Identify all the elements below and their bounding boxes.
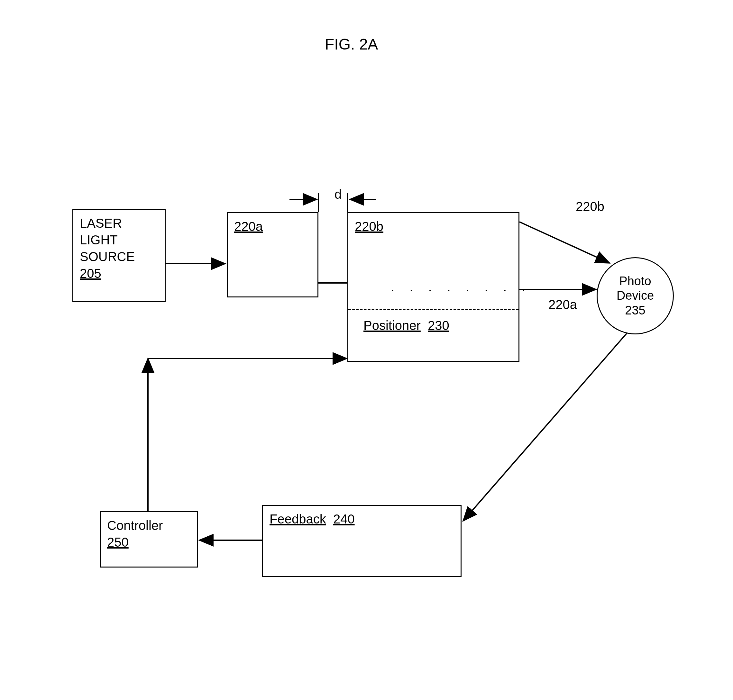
block-feedback: Feedback 240 [262, 505, 462, 577]
arrow-220b-top-to-photo [520, 222, 609, 263]
laser-line1: LASER [80, 215, 158, 231]
positioner-label: Positioner 230 [364, 318, 449, 333]
dots-indicator: . . . . . . . . [391, 280, 531, 294]
label-out-220b: 220b [576, 199, 604, 214]
block-220a-ref: 220a [234, 218, 311, 235]
block-photo-device: Photo Device 235 [597, 257, 674, 334]
photo-device-text: Photo Device 235 [617, 274, 654, 318]
feedback-label: Feedback 240 [269, 510, 454, 527]
label-d: d [334, 187, 341, 201]
laser-line2: LIGHT [80, 231, 158, 248]
laser-ref: 205 [80, 265, 158, 282]
block-controller: Controller 250 [100, 511, 198, 568]
dashed-divider [348, 309, 518, 310]
label-out-220a: 220a [548, 297, 577, 312]
block-laser-source: LASER LIGHT SOURCE 205 [72, 209, 166, 302]
laser-line3: SOURCE [80, 248, 158, 265]
controller-label: Controller [107, 517, 190, 534]
block-220a: 220a [227, 212, 318, 297]
figure-title: FIG. 2A [325, 35, 378, 53]
controller-ref: 250 [107, 534, 190, 550]
block-220b-ref: 220b [355, 218, 512, 235]
